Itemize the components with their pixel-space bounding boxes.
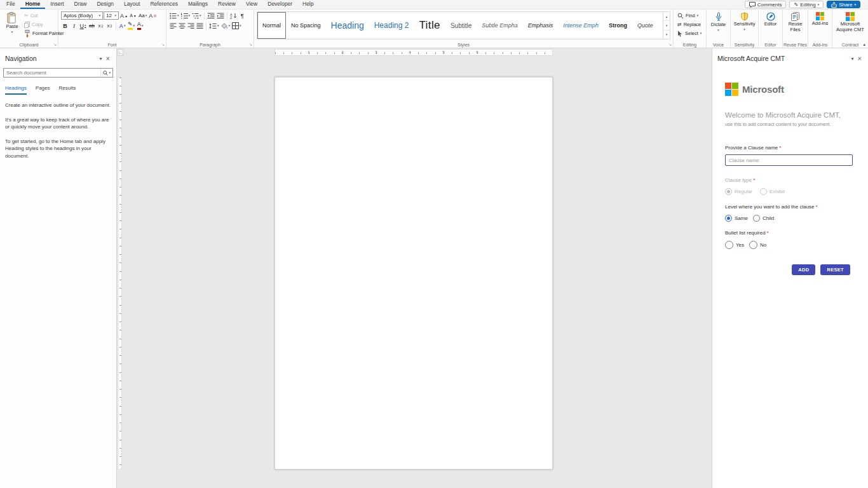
select-button[interactable]: Select▾ [676,29,703,37]
font-family-select[interactable]: Aptos (Body)▾ [61,11,103,20]
editing-mode-button[interactable]: ✎ Editing ▾ [789,1,824,8]
decrease-indent-button[interactable] [207,11,215,20]
horizontal-ruler[interactable]: 123456 [117,49,712,57]
find-button[interactable]: Find▾ [676,11,703,20]
underline-button[interactable]: U▾ [79,22,87,30]
style-no-spacing[interactable]: No Spacing [286,12,326,39]
show-formatting-button[interactable]: ¶ [238,11,247,20]
tab-view[interactable]: View [241,0,262,9]
nav-tab-pages[interactable]: Pages [36,85,50,95]
document-area[interactable]: ∟ 123456 [117,48,712,488]
clipboard-dialog-launcher[interactable]: ↘ [53,43,57,46]
tab-insert[interactable]: Insert [45,0,69,9]
subscript-button[interactable]: x2 [97,22,105,30]
vertical-ruler[interactable] [117,57,123,488]
tab-layout[interactable]: Layout [119,0,146,9]
tab-references[interactable]: References [145,0,182,9]
align-center-button[interactable] [178,22,186,30]
paragraph-dialog-launcher[interactable]: ↘ [249,43,252,46]
style-heading1[interactable]: Heading [326,12,369,39]
paste-button[interactable]: Paste ▾ [3,11,22,34]
radio-option-child[interactable]: Child [753,215,774,222]
radio-option-same[interactable]: Same [725,215,748,222]
tab-help[interactable]: Help [297,0,318,9]
superscript-button[interactable]: x2 [105,22,114,30]
tab-file[interactable]: File [1,0,20,9]
sensitivity-button[interactable]: Sensitivity ▾ [733,11,756,32]
radio-regular[interactable] [725,188,732,195]
close-icon[interactable]: × [857,55,863,62]
radio-option-exhibit[interactable]: Exhibit [760,188,785,195]
tab-mailings[interactable]: Mailings [183,0,213,9]
search-input[interactable] [4,70,100,76]
acquire-cmt-button[interactable]: Microsoft Acquire CMT [835,11,865,33]
align-left-button[interactable] [169,22,177,30]
highlight-color-button[interactable]: ✎▾ [127,22,135,30]
tab-developer[interactable]: Developer [262,0,297,9]
reset-button[interactable]: RESET [820,264,850,275]
text-effects-button[interactable]: A▾ [118,22,126,30]
shrink-font-button[interactable]: A▼ [129,11,137,20]
sort-button[interactable]: AZ [229,11,238,20]
chevron-down-icon[interactable]: ▾ [97,56,105,62]
radio-yes[interactable] [725,241,733,249]
styles-scroll-up-button[interactable]: ▴ [663,12,670,21]
tab-design[interactable]: Design [92,0,118,9]
document-page[interactable] [275,77,553,470]
close-icon[interactable]: × [105,55,111,62]
style-subtle-emphasis[interactable]: Subtle Empha [477,12,523,39]
style-title[interactable]: Title [414,12,445,39]
radio-same[interactable] [725,215,732,222]
bold-button[interactable]: B [61,22,69,30]
font-color-button[interactable]: A▾ [136,22,144,30]
tab-home[interactable]: Home [20,0,46,9]
font-size-select[interactable]: 12▾ [104,11,119,20]
strikethrough-button[interactable]: ab [88,22,96,30]
radio-no[interactable] [749,241,757,249]
style-quote[interactable]: Quote [632,12,658,39]
share-button[interactable]: Share ▾ [827,1,860,8]
shading-button[interactable]: ▾ [220,22,231,30]
replace-button[interactable]: ⇄ Replace [676,20,703,29]
line-spacing-button[interactable]: ▾ [208,22,220,30]
radio-option-regular[interactable]: Regular [725,188,752,195]
change-case-button[interactable]: Aa▾ [138,11,147,20]
reuse-files-button[interactable]: Reuse Files [785,11,805,33]
nav-tab-headings[interactable]: Headings [5,85,27,95]
clause-name-input[interactable] [725,154,853,166]
nav-tab-results[interactable]: Results [59,85,76,95]
collapse-ribbon-button[interactable]: ▴ [863,42,865,47]
font-dialog-launcher[interactable]: ↘ [161,43,165,46]
comments-button[interactable]: Comments [745,1,787,8]
borders-button[interactable]: ▾ [231,22,242,30]
grow-font-button[interactable]: A▲ [119,11,128,20]
radio-exhibit[interactable] [760,188,767,195]
numbered-list-button[interactable]: ▾ [180,11,191,20]
style-heading2[interactable]: Heading 2 [369,12,414,39]
add-button[interactable]: ADD [792,264,815,275]
style-emphasis[interactable]: Emphasis [523,12,559,39]
clear-formatting-button[interactable]: A [148,11,157,20]
search-dropdown-button[interactable]: ▾ [100,69,112,77]
multilevel-list-button[interactable]: ▾ [191,11,202,20]
style-intense-emphasis[interactable]: Intense Emph [558,12,604,39]
tab-review[interactable]: Review [213,0,241,9]
increase-indent-button[interactable] [216,11,225,20]
dictate-button[interactable]: Dictate ▾ [709,11,728,32]
radio-option-no[interactable]: No [749,241,766,249]
styles-more-button[interactable]: ▾ [663,30,670,39]
styles-scroll-down-button[interactable]: ▾ [663,21,670,30]
style-normal[interactable]: Normal [257,12,286,39]
tab-draw[interactable]: Draw [69,0,92,9]
radio-option-yes[interactable]: Yes [725,241,744,249]
style-subtitle[interactable]: Subtitle [445,12,477,39]
align-right-button[interactable] [187,22,195,30]
chevron-down-icon[interactable]: ▾ [849,56,857,62]
style-strong[interactable]: Strong [604,12,632,39]
justify-button[interactable] [196,22,204,30]
editor-button[interactable]: Editor [761,11,780,28]
italic-button[interactable]: I [70,22,78,30]
styles-dialog-launcher[interactable]: ↘ [668,43,672,46]
radio-child[interactable] [753,215,760,222]
bullet-list-button[interactable]: ▾ [169,11,180,20]
